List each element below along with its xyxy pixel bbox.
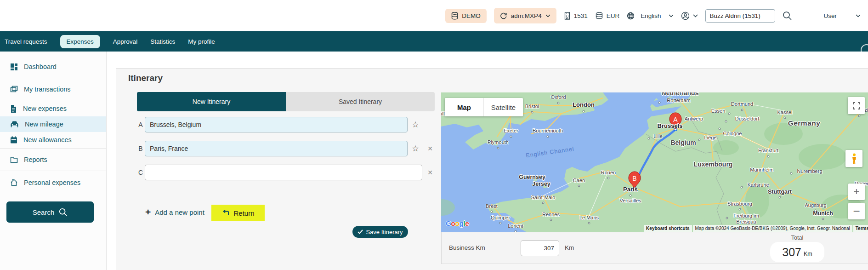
return-arrow-icon [221, 210, 230, 216]
google-logo: Google [446, 219, 469, 228]
total-km-pill: 307 Km [770, 242, 824, 262]
keyboard-shortcuts-link[interactable]: Keyboard shortcuts [644, 225, 692, 232]
business-km-unit: Km [565, 244, 574, 251]
save-itinerary-label: Save Itinerary [366, 229, 403, 236]
search-icon [59, 208, 68, 217]
google-map-canvas[interactable]: AB English Channel OxfordLondonBristolCa… [441, 92, 868, 232]
zoom-in-button[interactable]: + [848, 184, 865, 200]
tab-saved-itinerary[interactable]: Saved Itinerary [286, 92, 435, 111]
sidebar-item-label: New allowances [23, 136, 72, 144]
globe-icon [627, 12, 635, 20]
business-km-input[interactable] [521, 240, 559, 256]
sidebar-divider [0, 78, 106, 78]
sidebar-item-reports[interactable]: Reports [0, 152, 106, 167]
sidebar-item-label: New mileage [25, 121, 63, 128]
sidebar-search-button[interactable]: Search [6, 201, 94, 223]
language-group[interactable]: English [627, 12, 674, 20]
search-button-label: Search [33, 208, 55, 216]
fullscreen-button[interactable] [848, 97, 865, 114]
pegman-button[interactable] [845, 150, 862, 167]
chevron-down-icon [693, 14, 698, 17]
itinerary-card: Itinerary New Itinerary Saved Itinerary … [116, 68, 868, 270]
help-circle-icon [861, 44, 868, 52]
nav-expenses[interactable]: Expenses [60, 35, 100, 48]
chevron-down-icon [669, 14, 674, 17]
role-label: User [823, 12, 837, 19]
point-c-label: C [137, 165, 144, 180]
sidebar-item-dashboard[interactable]: Dashboard [0, 59, 106, 75]
nav-my-profile[interactable]: My profile [188, 38, 215, 45]
company-id: 1531 [574, 12, 588, 19]
dashboard-icon [10, 63, 18, 71]
zoom-out-button[interactable]: − [848, 203, 865, 219]
impersonated-user-input[interactable] [705, 9, 775, 23]
chevron-down-icon [856, 14, 861, 17]
currency-code: EUR [607, 12, 620, 19]
nav-statistics[interactable]: Statistics [150, 38, 175, 45]
sidebar-divider [0, 148, 106, 149]
point-b-label: B [137, 141, 144, 156]
fullscreen-icon [853, 102, 860, 109]
pegman-icon [851, 153, 857, 164]
sidebar-item-label: My transactions [24, 86, 71, 93]
admin-context-badge[interactable]: adm:MXP4 [494, 8, 556, 23]
currency-group[interactable]: EUR [595, 12, 620, 19]
map-type-control: Map Satellite [445, 98, 523, 116]
impersonate-group[interactable] [681, 11, 698, 20]
point-b-input[interactable] [145, 141, 408, 156]
remove-point-icon[interactable]: ✕ [424, 141, 437, 156]
save-itinerary-button[interactable]: Save Itinerary [352, 226, 408, 238]
point-a-label: A [137, 117, 144, 132]
sidebar-item-new-mileage[interactable]: New mileage [0, 116, 106, 132]
add-new-point-link[interactable]: + Add a new point [145, 207, 204, 217]
company-id-group[interactable]: 1531 [564, 12, 588, 20]
document-icon [10, 105, 17, 113]
main-nav: Travel requests Expenses Approval Statis… [0, 31, 868, 52]
map-marker-b[interactable]: B [629, 172, 641, 190]
sidebar-item-my-transactions[interactable]: My transactions [0, 81, 106, 97]
content-area: Itinerary New Itinerary Saved Itinerary … [107, 52, 868, 270]
add-new-point-label: Add a new point [155, 208, 204, 216]
terms-link[interactable]: Terms [853, 225, 868, 232]
tab-new-itinerary[interactable]: New Itinerary [137, 92, 286, 111]
itinerary-tabs: New Itinerary Saved Itinerary [137, 92, 435, 111]
role-selector[interactable]: User [823, 12, 861, 19]
sidebar-divider [0, 171, 106, 171]
transactions-icon [10, 86, 18, 93]
sidebar-item-new-expenses[interactable]: New expenses [0, 101, 106, 116]
nav-approval[interactable]: Approval [113, 38, 137, 45]
point-a-input[interactable] [145, 117, 408, 132]
sidebar-item-label: Reports [24, 156, 47, 163]
refresh-icon [500, 12, 507, 19]
sidebar-item-personal-expenses[interactable]: Personal expenses [0, 175, 106, 190]
person-circle-icon [681, 11, 690, 20]
app-window: DEMO adm:MXP4 1531 EUR English User [0, 0, 868, 270]
svg-text:A: A [673, 116, 678, 123]
total-label: Total [770, 235, 824, 241]
nav-travel-requests[interactable]: Travel requests [5, 38, 47, 45]
sidebar-item-label: Dashboard [24, 63, 57, 70]
favorite-star-icon[interactable]: ☆ [409, 117, 422, 132]
building-icon [564, 12, 571, 20]
plus-icon: + [145, 207, 151, 217]
svg-text:B: B [632, 175, 636, 182]
total-km-unit: Km [804, 251, 812, 257]
map-marker-a[interactable]: A [669, 113, 681, 131]
demo-badge[interactable]: DEMO [445, 9, 487, 23]
home-icon [10, 179, 18, 186]
map-data-attribution: Map data ©2024 GeoBasis-DE/BKG (©2009), … [693, 225, 852, 232]
return-button[interactable]: Return [211, 205, 265, 221]
page-title: Itinerary [128, 73, 163, 83]
language-label: English [641, 12, 661, 19]
sidebar-item-label: New expenses [23, 105, 67, 112]
sidebar-item-new-allowances[interactable]: New allowances [0, 132, 106, 148]
map-type-map-button[interactable]: Map [445, 98, 484, 116]
sidebar: Dashboard My transactions New expenses N… [0, 52, 107, 270]
point-c-input[interactable] [145, 165, 422, 180]
favorite-star-icon[interactable]: ☆ [409, 141, 422, 156]
check-icon [357, 230, 363, 234]
search-icon[interactable] [783, 11, 792, 21]
remove-point-icon[interactable]: ✕ [424, 165, 437, 180]
admin-badge-label: adm:MXP4 [511, 12, 542, 19]
map-type-satellite-button[interactable]: Satellite [484, 98, 523, 116]
